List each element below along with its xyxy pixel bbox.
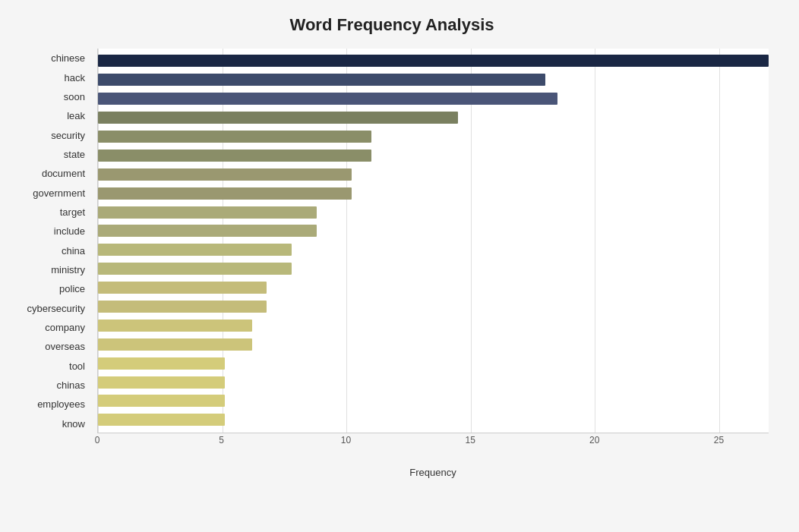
y-label: hack: [65, 68, 91, 87]
bar: [98, 263, 292, 275]
bar-row: [98, 335, 769, 354]
y-label: tool: [69, 357, 91, 376]
bar-row: [98, 411, 769, 430]
y-label: china: [62, 241, 91, 260]
bar: [98, 131, 371, 143]
y-label: security: [51, 125, 91, 144]
y-label: soon: [64, 87, 91, 106]
bar: [98, 206, 317, 219]
bar: [98, 150, 371, 162]
x-tick-label: 10: [341, 435, 351, 445]
bar: [98, 168, 352, 181]
bar-row: [98, 373, 769, 392]
bar-row: [98, 109, 769, 127]
y-label: police: [59, 279, 91, 298]
x-axis-ticks: 0510152025: [97, 433, 769, 450]
y-label: document: [42, 164, 91, 183]
bar-row: [98, 52, 769, 71]
bars-area: [97, 49, 769, 433]
bar-row: [98, 71, 769, 90]
y-label: government: [33, 183, 91, 202]
x-tick-label: 15: [465, 435, 475, 445]
bar: [98, 225, 317, 237]
y-label: employees: [37, 395, 91, 414]
bar-row: [98, 127, 769, 146]
y-label: state: [64, 145, 91, 164]
bar: [98, 244, 292, 256]
bar-row: [98, 203, 769, 222]
y-label: include: [54, 222, 91, 241]
chart-container: Word Frequency Analysis chinesehacksoonl…: [0, 0, 799, 532]
y-label: overseas: [45, 337, 91, 356]
bar-row: [98, 146, 769, 165]
bar-row: [98, 90, 769, 109]
bar: [98, 414, 225, 426]
bar-row: [98, 316, 769, 335]
y-label: company: [45, 318, 91, 337]
x-tick-label: 5: [219, 435, 224, 445]
bar: [98, 187, 352, 200]
y-label: ministry: [51, 260, 91, 279]
bar-row: [98, 165, 769, 184]
bar-row: [98, 260, 769, 279]
bar-row: [98, 279, 769, 297]
bars-inner: [98, 49, 769, 433]
bar: [98, 320, 252, 332]
y-label: target: [60, 203, 91, 222]
bar: [98, 93, 557, 105]
bar: [98, 55, 769, 67]
chart-title: Word Frequency Analysis: [15, 15, 769, 35]
bar: [98, 301, 267, 313]
y-label: chinese: [51, 49, 91, 68]
bar: [98, 282, 267, 294]
y-label: know: [62, 414, 91, 433]
bar-row: [98, 392, 769, 411]
bar-row: [98, 222, 769, 241]
bar: [98, 395, 225, 407]
bar: [98, 376, 225, 389]
bar-row: [98, 241, 769, 260]
y-label: leak: [67, 106, 91, 125]
bar-row: [98, 184, 769, 203]
x-tick-label: 0: [95, 435, 100, 445]
x-tick-label: 25: [714, 435, 724, 445]
bar: [98, 338, 252, 351]
y-label: chinas: [56, 376, 91, 395]
bar-row: [98, 297, 769, 316]
y-axis-labels: chinesehacksoonleaksecuritystatedocument…: [15, 49, 97, 433]
bar: [98, 74, 545, 86]
bar-row: [98, 354, 769, 373]
x-tick-label: 20: [589, 435, 599, 445]
x-axis-label: Frequency: [97, 467, 769, 478]
bar: [98, 357, 225, 370]
bar: [98, 112, 458, 124]
y-label: cybersecurity: [27, 298, 91, 317]
